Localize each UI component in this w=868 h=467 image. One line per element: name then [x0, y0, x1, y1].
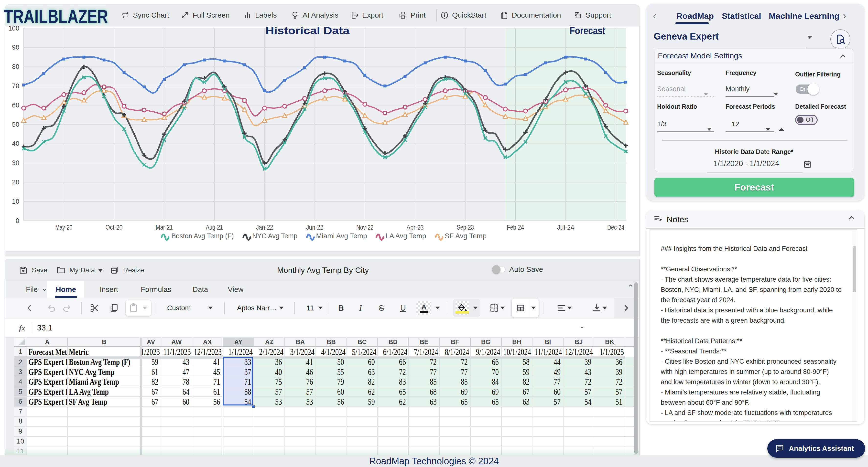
svg-text:70: 70: [12, 82, 19, 90]
svg-text:NYC Avg Temp: NYC Avg Temp: [252, 232, 298, 240]
svg-text:Apr-23: Apr-23: [407, 224, 424, 231]
svg-text:SF Avg Temp: SF Avg Temp: [445, 232, 487, 240]
svg-text:Sep-23: Sep-23: [457, 224, 474, 231]
svg-text:60: 60: [12, 102, 19, 109]
svg-text:May-20: May-20: [55, 224, 72, 231]
svg-text:Forecast: Forecast: [569, 26, 605, 36]
svg-text:Jun-22: Jun-22: [306, 224, 323, 231]
svg-text:Aug-21: Aug-21: [206, 224, 223, 231]
svg-text:Oct-20: Oct-20: [105, 224, 123, 231]
svg-text:50: 50: [12, 121, 19, 128]
svg-text:LA Avg Temp: LA Avg Temp: [385, 232, 426, 240]
svg-text:100: 100: [8, 26, 19, 32]
svg-text:10: 10: [12, 198, 19, 205]
svg-text:Boston Avg Temp (F): Boston Avg Temp (F): [171, 232, 234, 240]
svg-text:Jan-22: Jan-22: [256, 224, 273, 231]
svg-text:Nov-22: Nov-22: [356, 224, 373, 231]
svg-text:Jul-24: Jul-24: [557, 224, 574, 231]
svg-text:Mar-21: Mar-21: [156, 224, 173, 231]
svg-text:90: 90: [12, 44, 19, 51]
svg-text:Miami Avg Temp: Miami Avg Temp: [316, 232, 367, 240]
svg-text:Feb-24: Feb-24: [507, 224, 524, 231]
svg-text:Dec-24: Dec-24: [607, 224, 624, 231]
svg-text:40: 40: [12, 140, 19, 147]
svg-text:30: 30: [12, 159, 19, 167]
svg-text:0: 0: [16, 217, 19, 225]
svg-text:20: 20: [12, 178, 19, 186]
svg-text:80: 80: [12, 63, 19, 70]
svg-text:Historical Data: Historical Data: [266, 26, 350, 36]
